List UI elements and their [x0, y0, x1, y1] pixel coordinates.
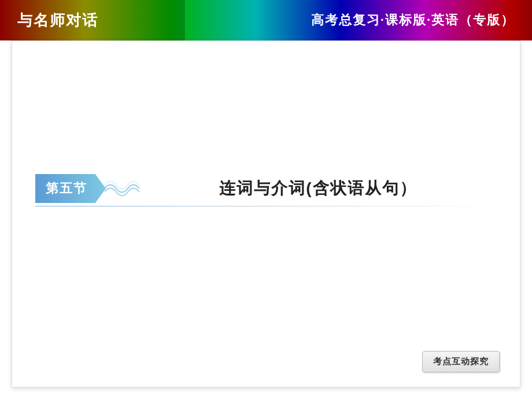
header-left-title: 与名师对话	[17, 10, 98, 31]
page-container: 与名师对话 高考总复习·课标版·英语（专版） 第五节 连词与介词(含状语从句）	[0, 0, 532, 399]
header-right-title: 高考总复习·课标版·英语（专版）	[311, 12, 515, 29]
explore-button[interactable]: 考点互动探究	[422, 351, 500, 372]
header-right-overlay: 高考总复习·课标版·英语（专版）	[185, 0, 532, 40]
section-badge: 第五节	[35, 174, 106, 203]
section-badge-label: 第五节	[46, 181, 87, 195]
header-bar: 与名师对话 高考总复习·课标版·英语（专版）	[0, 0, 532, 40]
section-label-area: 第五节 连词与介词(含状语从句）	[12, 174, 520, 203]
wave-decoration	[105, 178, 139, 199]
section-title: 连词与介词(含状语从句）	[139, 178, 497, 200]
main-content: 第五节 连词与介词(含状语从句） 考点互动探究	[12, 40, 520, 387]
header-left-overlay: 与名师对话	[0, 0, 185, 40]
section-underline	[35, 206, 497, 206]
